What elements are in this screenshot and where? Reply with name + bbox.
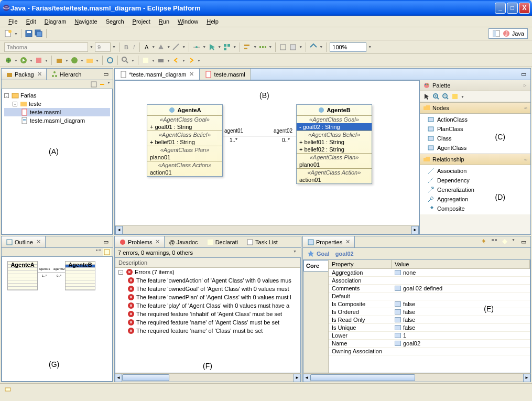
palette-item-generalization[interactable]: Generalization <box>427 185 527 194</box>
open-type-icon[interactable] <box>106 56 114 64</box>
tab-declaration[interactable]: Declarati <box>202 236 242 247</box>
pin-icon[interactable] <box>480 238 487 245</box>
new-package-icon[interactable] <box>55 56 63 64</box>
file-label[interactable]: teste.masml_diagram <box>30 117 85 124</box>
palette-item-association[interactable]: Association <box>427 166 527 176</box>
bold-icon[interactable]: B <box>123 44 130 50</box>
show-hide-icon[interactable] <box>309 43 318 51</box>
outline-overview-icon[interactable] <box>103 248 111 256</box>
font-size-combo[interactable] <box>95 42 111 52</box>
advanced-icon[interactable] <box>501 238 508 245</box>
palette-drawer-relationship[interactable]: Relationship∞ <box>420 154 530 165</box>
editor-tab-diagram[interactable]: *teste.masml_diagram ✕ <box>115 69 200 80</box>
menu-help[interactable]: Help <box>202 17 223 26</box>
property-row[interactable]: Is Uniquefalse <box>329 324 530 332</box>
nav-back-icon[interactable] <box>172 56 180 64</box>
distribute-icon[interactable] <box>258 43 267 51</box>
router-icon[interactable] <box>192 43 201 51</box>
tab-javadoc[interactable]: @ Javadoc <box>165 236 202 247</box>
note-tool-icon[interactable] <box>451 93 459 100</box>
problem-item[interactable]: ×The required feature 'name' of 'Class' … <box>115 327 300 335</box>
menu-run[interactable]: Run <box>155 17 173 26</box>
tab-outline[interactable]: Outline ✕ <box>2 236 46 247</box>
view-menu-icon[interactable]: ▼ <box>512 238 515 246</box>
minimize-view-icon[interactable]: ▭ <box>99 236 113 247</box>
dropdown-icon[interactable]: ▼ <box>112 45 116 49</box>
properties-tab-core[interactable]: Core <box>303 260 328 272</box>
maximize-button[interactable]: □ <box>507 3 518 14</box>
close-icon[interactable]: ✕ <box>36 239 41 245</box>
menu-search[interactable]: Search <box>102 17 128 26</box>
scroll-right-icon[interactable]: ► <box>523 374 530 382</box>
arrange-icon[interactable] <box>223 43 231 51</box>
properties-table[interactable]: Property Value AggregationnoneAssociatio… <box>329 260 530 373</box>
zoom-in-icon[interactable] <box>432 93 440 100</box>
categories-icon[interactable] <box>491 238 498 245</box>
print-icon[interactable] <box>157 56 165 64</box>
perspective-switcher[interactable]: J Java <box>488 28 528 39</box>
font-color-icon[interactable]: A <box>143 44 150 50</box>
palette-item-dependency[interactable]: Dependency <box>427 176 527 185</box>
scrollbar-thumb[interactable] <box>310 374 415 381</box>
scroll-left-icon[interactable]: ◄ <box>115 226 123 234</box>
problems-group[interactable]: Errors (7 items) <box>135 269 175 275</box>
run-icon[interactable] <box>19 56 28 64</box>
tab-tasklist[interactable]: Task List <box>242 236 282 247</box>
property-row[interactable]: Is Orderedfalse <box>329 308 530 316</box>
debug-icon[interactable] <box>4 56 13 64</box>
editor-tab-masml[interactable]: teste.masml <box>200 69 251 80</box>
problem-item[interactable]: ×The required feature 'name' of 'Agent C… <box>115 318 300 327</box>
view-menu-icon[interactable]: ▼ <box>107 81 111 88</box>
save-all-icon[interactable] <box>35 29 43 38</box>
palette-item-planclass[interactable]: PlanClass <box>427 124 527 134</box>
close-icon[interactable]: ✕ <box>37 71 42 78</box>
new-class-icon[interactable] <box>70 56 79 64</box>
uml-class-agentea[interactable]: AgenteA «AgentClass Goal»+ goal01 : Stri… <box>147 104 223 177</box>
palette-item-class[interactable]: Class <box>427 134 527 143</box>
expand-toggle[interactable]: - <box>4 93 9 98</box>
dropdown-icon[interactable]: ▼ <box>90 45 93 49</box>
open-perspective-icon[interactable] <box>492 29 501 38</box>
problems-column-header[interactable]: Description <box>115 258 300 268</box>
close-button[interactable]: X <box>519 3 530 14</box>
save-icon[interactable] <box>25 29 33 38</box>
property-row[interactable]: Owning Association <box>329 348 530 355</box>
close-icon[interactable]: ✕ <box>155 239 160 245</box>
view-menu-icon[interactable]: ▼ <box>293 250 297 253</box>
select-icon[interactable] <box>208 43 216 51</box>
project-label[interactable]: Farias <box>20 92 37 99</box>
zoom-combo[interactable] <box>330 42 366 52</box>
run-last-icon[interactable] <box>35 56 43 64</box>
outline-tree-icon[interactable] <box>95 248 102 256</box>
palette-item-composite[interactable]: Composite <box>427 204 527 213</box>
line-color-icon[interactable] <box>172 43 180 51</box>
column-header-property[interactable]: Property <box>329 260 392 268</box>
scroll-right-icon[interactable]: ► <box>411 226 419 234</box>
close-icon[interactable]: ✕ <box>345 239 350 245</box>
close-icon[interactable]: ✕ <box>189 71 194 78</box>
property-row[interactable]: Namegoal02 <box>329 340 530 348</box>
property-row[interactable]: Is Read Onlyfalse <box>329 316 530 324</box>
scroll-left-icon[interactable]: ◄ <box>115 374 122 382</box>
minimize-view-icon[interactable]: ▭ <box>517 236 530 247</box>
file-label[interactable]: teste.masml <box>30 109 61 115</box>
problems-tree[interactable]: Description - × Errors (7 items) ×The fe… <box>115 257 301 373</box>
autosize-icon[interactable] <box>279 43 287 51</box>
new-icon[interactable] <box>4 29 13 38</box>
problem-item[interactable]: ×The feature 'play' of 'Agent Class' wit… <box>115 301 300 310</box>
minimize-view-icon[interactable]: ▭ <box>99 69 113 80</box>
problem-item[interactable]: ×The feature 'owendAction' of 'Agent Cla… <box>115 276 300 285</box>
select-tool-icon[interactable] <box>423 93 430 100</box>
hide-icon[interactable] <box>289 43 297 51</box>
minimize-button[interactable]: _ <box>495 3 506 14</box>
font-name-combo[interactable] <box>4 42 88 52</box>
package-tree[interactable]: - Farias - teste teste.masml teste.masml… <box>2 89 113 234</box>
align-icon[interactable] <box>243 43 252 51</box>
zoom-out-icon[interactable] <box>442 93 449 100</box>
palette-item-agentclass[interactable]: AgentClass <box>427 143 527 153</box>
expand-toggle[interactable]: - <box>118 270 123 275</box>
problem-item[interactable]: ×The feature 'ownedGoal' of 'Agent Class… <box>115 285 300 293</box>
property-row[interactable]: Commentsgoal 02 defined <box>329 285 530 292</box>
uml-class-agenteb[interactable]: AgenteB «AgentClass Goal»- goal02 : Stri… <box>296 104 372 184</box>
menu-diagram[interactable]: Diagram <box>40 17 71 26</box>
